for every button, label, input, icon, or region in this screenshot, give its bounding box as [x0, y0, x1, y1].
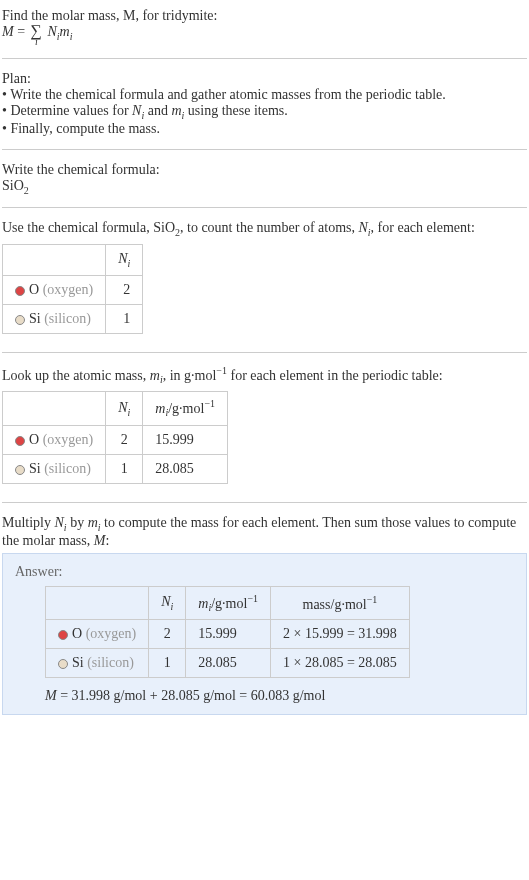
table-header-empty: [3, 392, 106, 425]
n-cell: 1: [149, 649, 186, 678]
table-header-empty: [46, 586, 149, 619]
plan-bullet-1: • Write the chemical formula and gather …: [2, 87, 527, 103]
table-header-row: Ni mi/g·mol−1 mass/g·mol−1: [46, 586, 410, 619]
answer-box: Answer: Ni mi/g·mol−1 mass/g·mol−1 O (ox…: [2, 553, 527, 715]
table-row: Si (silicon) 1: [3, 304, 143, 333]
n-cell: 1: [106, 304, 143, 333]
element-cell: O (oxygen): [46, 620, 149, 649]
table-header-empty: [3, 245, 106, 276]
table-header-n: Ni: [106, 392, 143, 425]
n-cell: 2: [106, 275, 143, 304]
intro-line1: Find the molar mass, M, for tridymite:: [2, 8, 527, 24]
table-row: O (oxygen) 2: [3, 275, 143, 304]
m-cell: 28.085: [186, 649, 271, 678]
lookup-text: Look up the atomic mass, mi, in g·mol−1 …: [2, 365, 527, 385]
table-row: Si (silicon) 1 28.085: [3, 454, 228, 483]
table-row: Si (silicon) 1 28.085 1 × 28.085 = 28.08…: [46, 649, 410, 678]
n-cell: 2: [106, 425, 143, 454]
table-header-row: Ni mi/g·mol−1: [3, 392, 228, 425]
n-cell: 1: [106, 454, 143, 483]
element-cell: Si (silicon): [46, 649, 149, 678]
mass-cell: 2 × 15.999 = 31.998: [271, 620, 410, 649]
answer-table: Ni mi/g·mol−1 mass/g·mol−1 O (oxygen) 2 …: [45, 586, 410, 678]
chem-formula: SiO2: [2, 178, 527, 196]
swatch-icon: [15, 315, 25, 325]
lookup-table: Ni mi/g·mol−1 O (oxygen) 2 15.999 Si (si…: [2, 391, 228, 483]
m-cell: 15.999: [186, 620, 271, 649]
intro-section: Find the molar mass, M, for tridymite: M…: [2, 4, 527, 50]
answer-label: Answer:: [15, 564, 514, 580]
plan-bullet-3: • Finally, compute the mass.: [2, 121, 527, 137]
divider: [2, 352, 527, 353]
m-cell: 28.085: [143, 454, 228, 483]
element-cell: O (oxygen): [3, 275, 106, 304]
plan-bullet-2: • Determine values for Ni and mi using t…: [2, 103, 527, 121]
intro-formula: M = ∑ i Nimi: [2, 24, 527, 46]
plan-title: Plan:: [2, 71, 527, 87]
divider: [2, 502, 527, 503]
swatch-icon: [15, 436, 25, 446]
element-cell: Si (silicon): [3, 304, 106, 333]
divider: [2, 149, 527, 150]
element-cell: Si (silicon): [3, 454, 106, 483]
plan-section: Plan: • Write the chemical formula and g…: [2, 67, 527, 141]
multiply-section: Multiply Ni by mi to compute the mass fo…: [2, 511, 527, 719]
table-header-row: Ni: [3, 245, 143, 276]
count-table: Ni O (oxygen) 2 Si (silicon) 1: [2, 244, 143, 334]
table-row: O (oxygen) 2 15.999 2 × 15.999 = 31.998: [46, 620, 410, 649]
n-cell: 2: [149, 620, 186, 649]
multiply-text: Multiply Ni by mi to compute the mass fo…: [2, 515, 527, 549]
swatch-icon: [58, 659, 68, 669]
swatch-icon: [15, 286, 25, 296]
molar-mass-result: M = 31.998 g/mol + 28.085 g/mol = 60.083…: [45, 688, 514, 704]
divider: [2, 207, 527, 208]
answer-content: Ni mi/g·mol−1 mass/g·mol−1 O (oxygen) 2 …: [15, 586, 514, 704]
table-header-mass: mass/g·mol−1: [271, 586, 410, 619]
chem-formula-title: Write the chemical formula:: [2, 162, 527, 178]
divider: [2, 58, 527, 59]
swatch-icon: [15, 465, 25, 475]
table-header-n: Ni: [149, 586, 186, 619]
swatch-icon: [58, 630, 68, 640]
table-row: O (oxygen) 2 15.999: [3, 425, 228, 454]
count-section: Use the chemical formula, SiO2, to count…: [2, 216, 527, 344]
mass-cell: 1 × 28.085 = 28.085: [271, 649, 410, 678]
element-cell: O (oxygen): [3, 425, 106, 454]
count-text: Use the chemical formula, SiO2, to count…: [2, 220, 527, 238]
table-header-m: mi/g·mol−1: [143, 392, 228, 425]
table-header-n: Ni: [106, 245, 143, 276]
chem-formula-section: Write the chemical formula: SiO2: [2, 158, 527, 200]
m-cell: 15.999: [143, 425, 228, 454]
table-header-m: mi/g·mol−1: [186, 586, 271, 619]
lookup-section: Look up the atomic mass, mi, in g·mol−1 …: [2, 361, 527, 494]
